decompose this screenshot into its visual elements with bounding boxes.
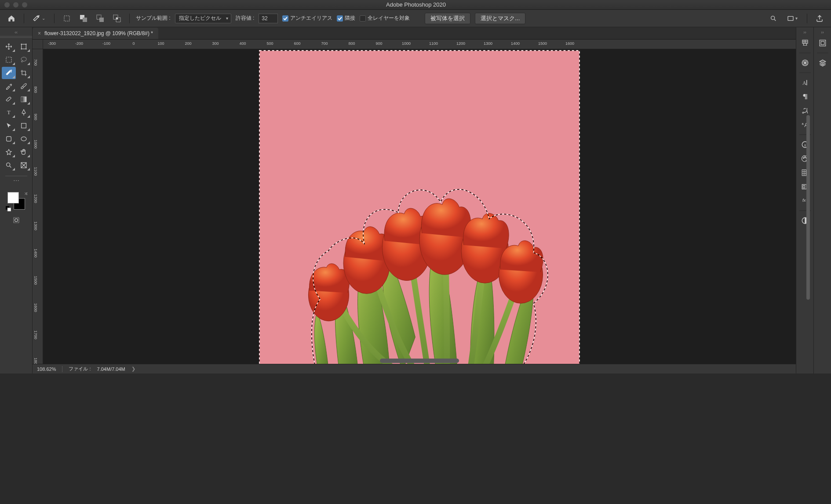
tool-shape[interactable] — [17, 120, 31, 132]
sample-size-select[interactable]: 指定したピクセル — [175, 14, 231, 23]
file-info-value: 7.04M/7.04M — [97, 366, 125, 372]
svg-point-16 — [11, 72, 11, 72]
svg-rect-21 — [6, 137, 11, 141]
select-subject-button[interactable]: 被写体を選択 — [425, 13, 470, 24]
document-tabs: × flower-3132022_1920.jpg @ 109% (RGB/8#… — [33, 27, 796, 40]
zoom-level[interactable]: 108.62% — [37, 366, 56, 372]
svg-point-15 — [10, 70, 10, 71]
brush-settings-panel-icon[interactable] — [798, 37, 812, 49]
svg-rect-12 — [788, 16, 793, 20]
character-panel-icon[interactable]: A — [798, 76, 812, 89]
foreground-color[interactable] — [7, 192, 19, 203]
canvas-viewport[interactable] — [43, 49, 796, 364]
tool-hand[interactable] — [17, 146, 31, 158]
svg-rect-20 — [21, 123, 26, 128]
tool-marquee[interactable] — [2, 54, 16, 66]
tool-lasso[interactable] — [17, 54, 31, 66]
workspace-switcher-icon[interactable]: ▾ — [784, 12, 801, 25]
svg-rect-5 — [83, 18, 87, 22]
svg-rect-52 — [803, 185, 805, 188]
color-swatch[interactable]: ⤭ — [7, 192, 25, 210]
tool-magic-wand[interactable] — [2, 67, 16, 79]
document-area: × flower-3132022_1920.jpg @ 109% (RGB/8#… — [33, 27, 796, 373]
svg-point-48 — [804, 156, 805, 157]
tool-crop[interactable] — [17, 67, 31, 79]
tool-rounded-rect[interactable] — [2, 133, 16, 145]
right-panels: ›› A aA fx ›› — [796, 27, 831, 373]
svg-point-47 — [803, 157, 804, 158]
default-colors-icon[interactable] — [6, 206, 11, 211]
layers-panel-icon[interactable] — [816, 57, 829, 69]
tool-path-select[interactable] — [2, 120, 16, 132]
tool-zoom[interactable] — [2, 159, 16, 171]
svg-rect-13 — [21, 44, 26, 49]
swap-colors-icon[interactable]: ⤭ — [24, 191, 28, 196]
properties-panel-icon[interactable] — [816, 37, 829, 49]
tool-artboard[interactable] — [17, 40, 31, 53]
tool-ellipse[interactable] — [17, 133, 31, 145]
horizontal-scrollbar[interactable] — [380, 359, 459, 363]
svg-point-22 — [21, 137, 26, 141]
canvas-image — [252, 50, 587, 364]
navigator-panel-icon[interactable] — [798, 57, 812, 69]
all-layers-checkbox[interactable]: 全レイヤーを対象 — [360, 15, 410, 22]
tool-brush[interactable] — [17, 80, 31, 92]
svg-rect-3 — [64, 16, 69, 21]
glyphs-panel-icon[interactable] — [798, 105, 812, 117]
tool-move[interactable] — [2, 40, 16, 53]
svg-point-11 — [771, 16, 775, 19]
paragraph-panel-icon[interactable] — [798, 91, 812, 103]
tolerance-input[interactable] — [259, 14, 278, 23]
ruler-horizontal[interactable]: -300-200-1000100200300400500600700800900… — [43, 40, 796, 49]
svg-point-1 — [38, 17, 39, 17]
panel-scrollbar[interactable] — [806, 115, 810, 300]
tool-type[interactable]: T — [2, 106, 16, 119]
tool-preset-dropdown[interactable]: ⌄ — [30, 12, 48, 25]
file-info-label: ファイル : — [69, 366, 91, 372]
tool-pen[interactable] — [17, 106, 31, 119]
svg-rect-56 — [821, 41, 824, 45]
tools-collapse-handle[interactable]: ‹‹ — [0, 30, 32, 34]
antialias-checkbox[interactable]: アンチエイリアス — [282, 15, 332, 22]
tool-frame[interactable] — [17, 159, 31, 171]
tool-gradient[interactable] — [17, 93, 31, 105]
tool-eraser[interactable] — [2, 93, 16, 105]
svg-text:A: A — [802, 80, 806, 86]
status-info-dropdown[interactable]: ❯ — [131, 366, 135, 372]
close-window-icon[interactable] — [4, 2, 10, 7]
minimize-window-icon[interactable] — [13, 2, 18, 7]
panel-collapse-handle-b[interactable]: ›› — [821, 30, 824, 34]
home-button[interactable] — [5, 12, 18, 25]
svg-rect-7 — [99, 18, 104, 22]
zoom-window-icon[interactable] — [22, 2, 27, 7]
panel-collapse-handle[interactable]: ›› — [803, 30, 806, 34]
document-tab[interactable]: × flower-3132022_1920.jpg @ 109% (RGB/8#… — [33, 28, 158, 39]
add-selection-icon[interactable] — [77, 12, 90, 25]
svg-rect-55 — [820, 40, 826, 46]
select-and-mask-button[interactable]: 選択とマスク... — [475, 13, 525, 24]
tool-custom-shape[interactable] — [2, 146, 16, 158]
search-icon[interactable] — [767, 12, 780, 25]
tab-title: flower-3132022_1920.jpg @ 109% (RGB/8#) … — [44, 30, 153, 36]
tool-eyedropper[interactable] — [2, 80, 16, 92]
app-title: Adobe Photoshop 2020 — [27, 1, 805, 8]
tab-close-icon[interactable]: × — [38, 30, 41, 36]
share-icon[interactable] — [813, 12, 826, 25]
quick-mask-toggle[interactable] — [9, 214, 23, 226]
status-bar: 108.62% ファイル : 7.04M/7.04M ❯ — [33, 364, 796, 373]
ruler-vertical[interactable]: 7008009001000110012001300140015001600170… — [33, 49, 43, 364]
contiguous-checkbox[interactable]: 隣接 — [337, 15, 355, 22]
svg-point-2 — [39, 15, 39, 16]
subtract-selection-icon[interactable] — [94, 12, 106, 25]
panel-column-b: ›› — [813, 27, 831, 373]
panel-column-a: ›› A aA fx — [796, 27, 813, 373]
ruler-origin[interactable] — [33, 40, 43, 49]
svg-text:a: a — [802, 122, 804, 126]
sample-size-label: サンプル範囲 : — [136, 15, 171, 22]
tools-panel: ‹‹ T ⋯ ⤭ — [0, 27, 33, 373]
intersect-selection-icon[interactable] — [111, 12, 123, 25]
new-selection-icon[interactable] — [61, 12, 73, 25]
options-bar: ⌄ サンプル範囲 : 指定したピクセル 許容値 : アンチエイリアス 隣接 全レ… — [0, 10, 831, 27]
svg-rect-42 — [806, 80, 807, 85]
svg-point-17 — [11, 70, 11, 70]
